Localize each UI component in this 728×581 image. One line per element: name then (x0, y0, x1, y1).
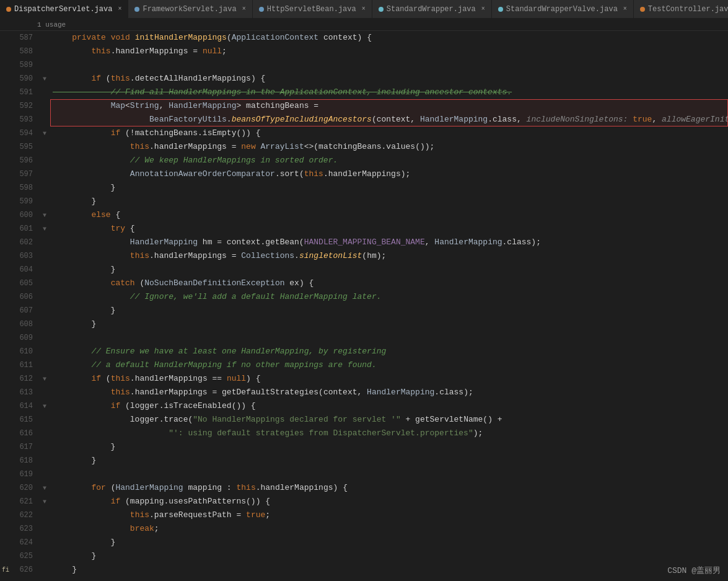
fold-612[interactable]: ▼ (39, 372, 50, 386)
code-line-604: } (50, 263, 728, 277)
tab-standard-wrapper-valve[interactable]: StandardWrapperValve.java × (492, 0, 634, 19)
highlight-region: Map<String, HandlerMapping> matchingBean… (50, 99, 728, 126)
code-area: fi 587 588 589 590 591 592 593 594 595 5… (0, 31, 728, 580)
tab-close[interactable]: × (623, 6, 627, 12)
fold-606 (39, 290, 50, 304)
line-num-602: 602 (11, 236, 33, 249)
fold-614[interactable]: ▼ (39, 399, 50, 413)
fold-592 (39, 99, 50, 113)
tab-close[interactable]: × (242, 6, 246, 12)
code-line-603: this.handlerMappings = Collections.singl… (50, 249, 728, 263)
line-num-624: 624 (11, 536, 33, 549)
fold-617 (39, 440, 50, 454)
line-numbers: 587 588 589 590 591 592 593 594 595 596 … (11, 31, 39, 580)
code-line-626: } (50, 563, 728, 577)
fold-gutter: ▼ ▼ ▼ ▼ ▼ ▼ ▼ ▼ (39, 31, 50, 580)
line-num-621: 621 (11, 495, 33, 508)
code-content: private void initHandlerMappings(Applica… (50, 31, 728, 580)
tab-close[interactable]: × (481, 6, 485, 12)
code-line-599: } (50, 195, 728, 208)
line-num-604: 604 (11, 263, 33, 277)
tab-label: StandardWrapper.java (387, 5, 476, 14)
code-line-587: private void initHandlerMappings(Applica… (50, 31, 728, 45)
line-num-587: 587 (11, 31, 33, 45)
tab-framework-servlet[interactable]: FrameworkServlet.java × (128, 0, 252, 19)
code-line-601: try { (50, 222, 728, 236)
code-line-598: } (50, 181, 728, 195)
tab-close[interactable]: × (118, 6, 121, 12)
line-num-617: 617 (11, 440, 33, 454)
line-num-608: 608 (11, 317, 33, 331)
tab-test-controller[interactable]: TestController.java × (634, 0, 728, 19)
code-line-612: if (this.handlerMappings == null) { (50, 372, 728, 386)
line-num-610: 610 (11, 345, 33, 358)
line-num-603: 603 (11, 249, 33, 263)
code-line-624: } (50, 536, 728, 549)
fold-593 (39, 113, 50, 126)
tab-httpservlet-bean[interactable]: HttpServletBean.java × (253, 0, 372, 19)
line-num-622: 622 (11, 508, 33, 522)
line-num-615: 615 (11, 413, 33, 427)
fold-589 (39, 58, 50, 72)
fold-620[interactable]: ▼ (39, 481, 50, 495)
tab-label: HttpServletBean.java (267, 5, 356, 14)
fold-587[interactable] (39, 31, 50, 45)
fold-623 (39, 522, 50, 536)
left-label-626: fi (2, 563, 9, 577)
tab-dispatcher-servlet[interactable]: DispatcherServlet.java × (0, 0, 128, 19)
fold-615 (39, 413, 50, 427)
tab-dot (6, 7, 11, 12)
code-line-605: catch (NoSuchBeanDefinitionException ex)… (50, 277, 728, 290)
fold-604 (39, 263, 50, 277)
tab-bar: DispatcherServlet.java × FrameworkServle… (0, 0, 728, 19)
tab-label: DispatcherServlet.java (14, 5, 112, 14)
tab-label: StandardWrapperValve.java (506, 5, 618, 14)
line-num-606: 606 (11, 290, 33, 304)
fold-601[interactable]: ▼ (39, 222, 50, 236)
code-line-600: else { (50, 208, 728, 222)
code-line-592: Map<String, HandlerMapping> matchingBean… (50, 99, 728, 113)
fold-599 (39, 195, 50, 208)
tab-dot (134, 7, 139, 12)
code-line-622: this.parseRequestPath = true; (50, 508, 728, 522)
code-line-597: AnnotationAwareOrderComparator.sort(this… (50, 167, 728, 181)
code-line-596: // We keep HandlerMappings in sorted ord… (50, 154, 728, 167)
line-num-601: 601 (11, 222, 33, 236)
line-num-596: 596 (11, 154, 33, 167)
fold-621[interactable]: ▼ (39, 495, 50, 508)
fold-600[interactable]: ▼ (39, 208, 50, 222)
fold-622 (39, 508, 50, 522)
fold-590[interactable]: ▼ (39, 72, 50, 86)
line-num-592: 592 (11, 99, 33, 113)
line-num-597: 597 (11, 167, 33, 181)
tab-close[interactable]: × (362, 6, 366, 12)
line-num-614: 614 (11, 399, 33, 413)
code-line-614: if (logger.isTraceEnabled()) { (50, 399, 728, 413)
line-num-594: 594 (11, 126, 33, 140)
code-line-618: } (50, 454, 728, 468)
fold-610 (39, 345, 50, 358)
fold-624 (39, 536, 50, 549)
code-line-589 (50, 58, 728, 72)
code-line-607: } (50, 304, 728, 317)
fold-616 (39, 427, 50, 440)
code-line-617: } (50, 440, 728, 454)
code-line-610: // Ensure we have at least one HandlerMa… (50, 345, 728, 358)
line-num-618: 618 (11, 454, 33, 468)
code-line-619 (50, 468, 728, 481)
code-line-616: "': using default strategies from Dispat… (50, 427, 728, 440)
fold-597 (39, 167, 50, 181)
tab-label: FrameworkServlet.java (143, 5, 236, 14)
tab-dot (379, 7, 384, 12)
fold-611 (39, 358, 50, 372)
code-line-590: if (this.detectAllHandlerMappings) { (50, 72, 728, 86)
tab-dot (498, 7, 503, 12)
line-num-613: 613 (11, 386, 33, 399)
line-num-607: 607 (11, 304, 33, 317)
tab-standard-wrapper[interactable]: StandardWrapper.java × (372, 0, 492, 19)
line-num-626: 626 (11, 563, 33, 577)
line-num-619: 619 (11, 468, 33, 481)
fold-596 (39, 154, 50, 167)
fold-594[interactable]: ▼ (39, 126, 50, 140)
code-line-608: } (50, 317, 728, 331)
